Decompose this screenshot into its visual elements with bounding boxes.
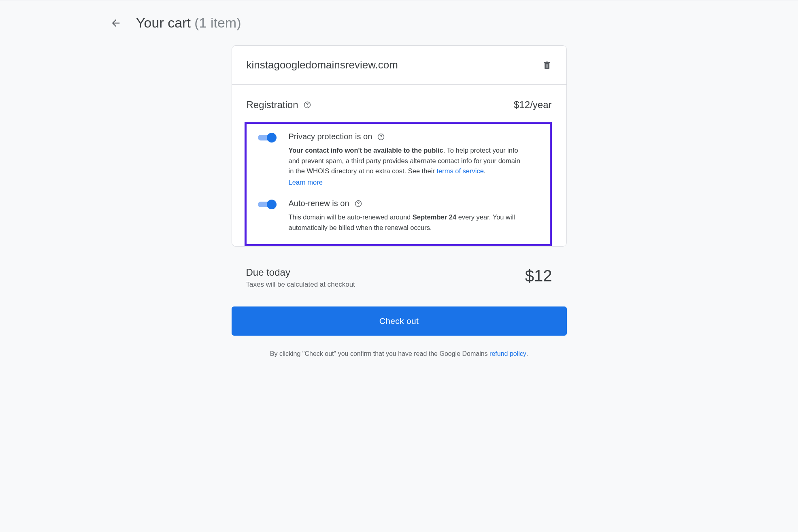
registration-header: Registration $12/year [247,99,552,111]
autorenew-desc-pre: This domain will be auto-renewed around [289,213,413,221]
privacy-title: Privacy protection is on [289,132,372,141]
autorenew-description: This domain will be auto-renewed around … [289,212,523,233]
back-arrow-icon[interactable] [110,17,121,29]
cart-card: kinstagoogledomainsreview.com Registrati… [232,45,567,247]
learn-more-link[interactable]: Learn more [289,177,323,188]
privacy-toggle[interactable] [258,133,277,143]
help-icon[interactable] [354,200,362,208]
autorenew-date: September 24 [413,213,456,221]
trash-icon[interactable] [542,60,552,70]
registration-label: Registration [247,99,298,111]
due-amount: $12 [525,267,552,285]
refund-policy-link[interactable]: refund policy [489,350,526,357]
registration-price: $12/year [514,99,551,111]
checkout-button-label: Check out [379,316,419,326]
autorenew-row: Auto-renew is on This domain will be aut… [247,187,550,233]
refund-policy-note: By clicking "Check out" you confirm that… [232,350,567,358]
autorenew-toggle[interactable] [258,200,277,209]
svg-point-5 [358,205,358,205]
help-icon[interactable] [303,101,311,109]
domain-row: kinstagoogledomainsreview.com [232,46,566,85]
help-icon[interactable] [377,133,385,141]
footer-period: . [526,350,528,357]
privacy-desc-period: . [484,167,486,174]
highlighted-options-box: Privacy protection is on Your contact in… [245,122,552,246]
privacy-row: Privacy protection is on Your contact in… [247,124,550,187]
taxes-note: Taxes will be calculated at checkout [246,281,355,289]
checkout-button[interactable]: Check out [232,306,567,336]
privacy-description: Your contact info won't be available to … [289,145,523,187]
due-today-row: Due today Taxes will be calculated at ch… [232,267,567,289]
footer-text: By clicking "Check out" you confirm that… [270,350,489,357]
cart-item-count: (1 item) [194,15,241,30]
terms-of-service-link[interactable]: terms of service [436,167,483,174]
page-header: Your cart (1 item) [16,0,782,45]
privacy-desc-bold: Your contact info won't be available to … [289,147,443,154]
page-title: Your cart (1 item) [136,15,241,31]
due-today-label: Due today [246,267,355,278]
svg-point-3 [381,138,381,138]
page-title-text: Your cart [136,15,191,30]
autorenew-title: Auto-renew is on [289,199,349,208]
svg-point-1 [307,106,307,106]
registration-section: Registration $12/year Privacy protecti [232,85,566,246]
domain-name: kinstagoogledomainsreview.com [247,59,398,71]
